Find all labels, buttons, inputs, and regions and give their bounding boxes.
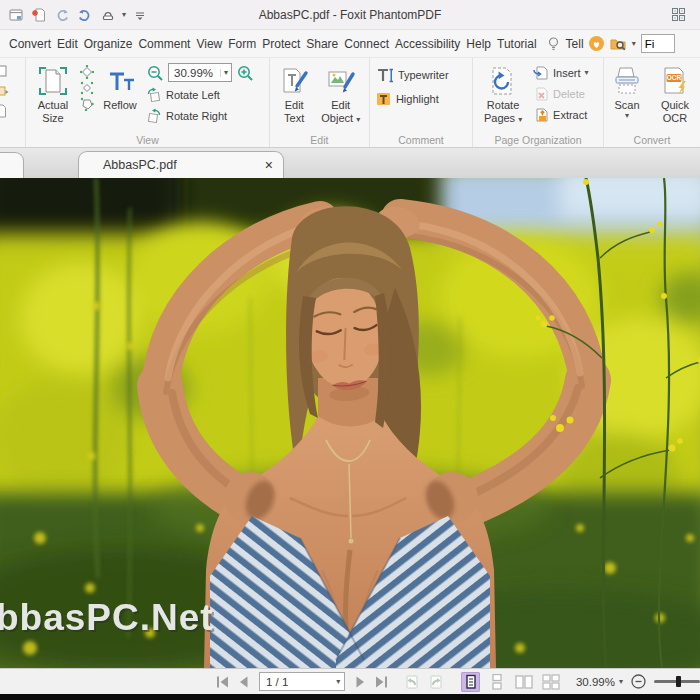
actual-size-button[interactable]: Actual Size (32, 63, 74, 124)
tab-close-button[interactable]: × (265, 158, 273, 172)
next-page-button[interactable] (353, 675, 367, 689)
page-indicator: 1 / 1 (266, 676, 288, 688)
single-page-icon (464, 674, 478, 690)
search-tools-button[interactable] (609, 35, 627, 53)
save-button[interactable] (7, 6, 25, 24)
fit-width-icon[interactable] (80, 81, 94, 95)
extract-button[interactable]: Extract (533, 107, 589, 123)
window-grid-button[interactable] (669, 6, 687, 24)
scan-caret[interactable]: ▾ (625, 112, 629, 120)
menu-connect[interactable]: Connect (341, 33, 392, 55)
previous-page-button[interactable] (237, 675, 251, 689)
quick-ocr-button[interactable]: OCR Quick OCR (656, 63, 694, 124)
redo-button[interactable] (76, 6, 94, 24)
ribbon-group-clipped (0, 58, 26, 147)
rotate-pages-button[interactable]: Rotate Pages ▾ (479, 63, 527, 124)
heart-icon (591, 39, 602, 49)
status-bar: 1 / 1 ▾ 30.99% ▾ (0, 668, 700, 694)
undo-button[interactable] (53, 6, 71, 24)
highlight-button[interactable]: Highlight (376, 91, 439, 107)
group-label-edit: Edit (270, 134, 369, 146)
fit-buttons (80, 65, 94, 111)
menu-share[interactable]: Share (303, 33, 341, 55)
ribbon-group-convert: Scan ▾ OCR Quick OCR Convert (604, 58, 700, 147)
menu-accessibility[interactable]: Accessibility (392, 33, 463, 55)
layout-continuous-button[interactable] (488, 672, 507, 692)
folder-search-icon (609, 35, 627, 52)
insert-button[interactable]: Insert ▾ (533, 65, 589, 81)
page-combo-caret[interactable]: ▾ (336, 678, 344, 686)
zoom-slider[interactable] (654, 680, 700, 683)
typewriter-button[interactable]: Typewriter (376, 66, 449, 84)
undo-icon (54, 7, 70, 23)
zoom-level-combobox[interactable]: 30.99% ▾ (168, 63, 232, 82)
partial-tab[interactable] (0, 152, 24, 178)
menu-organize[interactable]: Organize (81, 33, 136, 55)
menu-comment[interactable]: Comment (135, 33, 193, 55)
zoom-out-icon[interactable] (146, 64, 164, 82)
layout-single-page-button[interactable] (461, 672, 480, 692)
edit-object-caret[interactable]: ▾ (356, 115, 360, 124)
next-page-icon (353, 675, 367, 689)
feedback-heart-button[interactable] (589, 36, 604, 51)
menu-convert[interactable]: Convert (6, 33, 54, 55)
insert-caret[interactable]: ▾ (585, 69, 589, 77)
ribbon: Actual Size Reflow 30.99% ▾ (0, 57, 700, 148)
hand-tool-caret[interactable]: ▾ (122, 11, 126, 19)
insert-icon (533, 65, 549, 81)
scan-button[interactable]: Scan ▾ (610, 63, 644, 120)
create-pdf-icon (31, 7, 47, 23)
ribbon-group-page-organization: Rotate Pages ▾ Insert ▾ Delete Extract P… (473, 58, 604, 147)
menu-protect[interactable]: Protect (259, 33, 303, 55)
typewriter-icon (376, 66, 394, 84)
menu-help[interactable]: Help (463, 33, 494, 55)
layout-continuous-facing-button[interactable] (541, 672, 560, 692)
title-bar: ▾ AbbasPC.pdf - Foxit PhantomPDF (0, 0, 700, 30)
rotate-right-icon (146, 108, 162, 124)
statusbar-zoom-out-button[interactable] (630, 673, 647, 690)
menu-view[interactable]: View (193, 33, 225, 55)
menu-form[interactable]: Form (225, 33, 259, 55)
menu-tutorial[interactable]: Tutorial (494, 33, 540, 55)
zoom-in-icon[interactable] (236, 64, 254, 82)
reflow-button[interactable]: Reflow (100, 63, 140, 112)
snapshot-tool-icon[interactable] (0, 83, 9, 99)
rotate-right-button[interactable]: Rotate Right (146, 108, 254, 124)
clipboard-tool-icon[interactable] (0, 103, 9, 119)
layout-facing-button[interactable] (515, 672, 534, 692)
last-page-button[interactable] (373, 675, 389, 689)
statusbar-zoom-value[interactable]: 30.99% (576, 676, 615, 688)
zoom-combo-caret[interactable]: ▾ (220, 69, 231, 77)
document-tab-bar: AbbasPC.pdf × (0, 148, 700, 178)
rotate-left-button[interactable]: Rotate Left (146, 87, 254, 103)
edit-text-icon (279, 66, 309, 96)
first-page-button[interactable] (215, 675, 231, 689)
redo-icon (77, 7, 93, 23)
tell-me-label[interactable]: Tell (566, 37, 584, 51)
search-tools-caret[interactable]: ▾ (632, 40, 636, 48)
rotate-pages-caret[interactable]: ▾ (518, 115, 522, 124)
last-page-icon (373, 675, 389, 689)
customize-qat-button[interactable] (131, 6, 149, 24)
save-icon (8, 7, 24, 23)
menu-edit[interactable]: Edit (54, 33, 81, 55)
group-label-view: View (26, 134, 269, 146)
zoom-slider-handle[interactable] (676, 676, 681, 687)
fit-page-icon[interactable] (80, 65, 94, 79)
group-label-page-organization: Page Organization (473, 134, 603, 146)
ribbon-group-view: Actual Size Reflow 30.99% ▾ (26, 58, 270, 147)
statusbar-zoom-caret[interactable]: ▾ (619, 678, 623, 686)
first-page-icon (215, 675, 231, 689)
page-number-combobox[interactable]: 1 / 1 ▾ (259, 672, 345, 691)
find-input[interactable] (641, 34, 675, 53)
select-tool-icon[interactable] (0, 63, 9, 79)
edit-object-button[interactable]: Edit Object ▾ (319, 63, 363, 124)
document-page-image: bbasPC.Net bbasPC.Net (0, 178, 700, 668)
hand-tool-button[interactable] (99, 6, 117, 24)
create-pdf-button[interactable] (30, 6, 48, 24)
fit-visible-icon[interactable] (80, 97, 94, 111)
rotate-pages-icon (487, 65, 519, 97)
document-tab[interactable]: AbbasPC.pdf × (78, 151, 284, 178)
edit-text-button[interactable]: Edit Text (276, 63, 313, 124)
document-view[interactable]: bbasPC.Net bbasPC.Net (0, 178, 700, 668)
